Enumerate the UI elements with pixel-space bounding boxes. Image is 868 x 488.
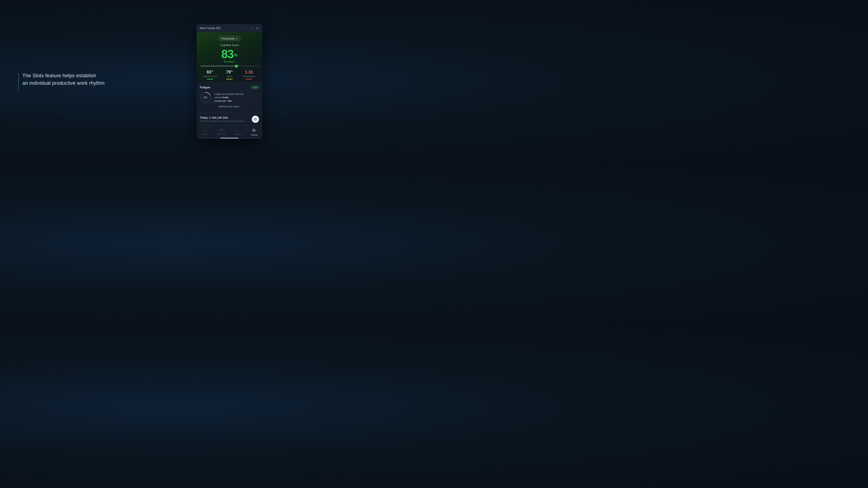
fatigue-percent: 17% [204,96,208,98]
svg-point-6 [254,130,254,131]
bottom-navigation: ⌂ Home Monitoring ☆ Training Tracking [197,125,262,138]
score-unit: % [234,53,238,57]
productivity-badge-wrapper: Productivity ≡ [200,36,258,41]
nav-monitoring-label: Monitoring [217,133,225,135]
nav-tracking-label: Tracking [251,134,257,136]
red-indicator [246,78,252,79]
app-title: Mind Tracker BCI [200,27,221,30]
yellow-indicator [226,78,232,79]
green-indicator [207,78,213,79]
fatigue-card: Fatigue Low 17% Fatigue accumulates Norm… [197,82,262,112]
home-indicator-bar [197,138,262,138]
score-status: Excellent! [200,60,258,63]
filter-icon: ≡ [236,37,237,40]
stat-focus-value: 79% [220,70,239,75]
stat-concentration-value: 1.15 [239,70,258,75]
stat-cognitive-value: 83% [200,70,220,75]
left-border-decoration [18,73,19,91]
fatigue-slot: Current slot: 16M [214,100,259,102]
nav-home[interactable]: ⌂ Home [197,127,213,137]
fatigue-description: Fatigue accumulates Normal, a break 4 mi… [214,92,259,99]
app-window: Mind Tracker BCI − □ ✕ Productivity ≡ Co… [197,24,262,139]
stat-focus-indicator [220,78,239,79]
slider-fill [200,66,237,66]
cognitive-slider[interactable] [200,66,258,67]
chevron-right-icon: › [239,105,240,107]
hero-line2: an individual productive work rhythm [22,79,105,87]
home-indicator-pill [220,138,239,138]
training-icon: ☆ [236,128,239,133]
minimize-button[interactable]: − [244,26,247,30]
nav-home-label: Home [203,133,207,135]
productivity-label: Productivity [221,37,235,40]
switch-rest-label: Switch to rest mode [219,105,239,107]
cognitive-score-label: Cognitive Score [200,43,258,47]
stats-row: 83% Cognitive Score 79% Focus 1.15 [200,70,258,79]
monitoring-icon [219,128,223,132]
stat-focus: 79% Focus [220,70,239,79]
score-number: 83 [221,48,234,60]
stat-cognitive-label: Cognitive Score [200,75,220,77]
stat-concentration-indicator [239,78,258,79]
nav-monitoring[interactable]: Monitoring [213,127,230,137]
nav-training[interactable]: ☆ Training [229,127,246,137]
stat-concentration-label: Concentration [239,75,258,77]
hero-text: The Slots feature helps establish an ind… [22,72,105,87]
score-display: 83 % [200,48,258,60]
productivity-panel: Productivity ≡ Cognitive Score 83 % Exce… [197,32,262,82]
nav-tracking[interactable]: Tracking [246,127,262,137]
today-settings-button[interactable] [252,116,259,123]
fatigue-circle: 17% [200,91,212,103]
title-bar: Mind Tracker BCI − □ ✕ [197,24,262,32]
fatigue-level-badge: Low [251,86,259,89]
productivity-badge[interactable]: Productivity ≡ [218,36,241,41]
hero-text-section: The Slots feature helps establish an ind… [18,72,105,91]
hero-line1: The Slots feature helps establish [22,72,105,79]
nav-training-label: Training [235,133,241,135]
slider-thumb [235,65,238,67]
fatigue-header: Fatigue Low [200,86,259,89]
tracking-icon [252,128,256,133]
cognitive-score-section: Cognitive Score 83 % Excellent! [200,43,258,63]
window-controls: − □ ✕ [244,26,259,30]
slider-track [200,66,258,66]
stat-focus-label: Focus [220,75,239,77]
today-card: Today: 1 slot | 0h 14m The slot is creat… [197,112,262,125]
today-subtitle: The slot is created if you have worked a… [200,120,252,122]
stat-concentration: 1.15 Concentration [239,70,258,79]
stat-cognitive-indicator [200,78,220,79]
today-info: Today: 1 slot | 0h 14m The slot is creat… [200,116,252,122]
maximize-button[interactable]: □ [250,26,253,30]
svg-point-5 [254,119,255,120]
home-icon: ⌂ [204,128,206,132]
fatigue-title: Fatigue [200,86,210,89]
switch-rest-button[interactable]: Switch to rest mode › [200,103,259,109]
today-title: Today: 1 slot | 0h 14m [200,116,252,119]
close-button[interactable]: ✕ [255,26,259,30]
stat-cognitive: 83% Cognitive Score [200,70,220,79]
fatigue-body: 17% Fatigue accumulates Normal, a break … [200,91,259,103]
fatigue-info: Fatigue accumulates Normal, a break 4 mi… [214,92,259,102]
